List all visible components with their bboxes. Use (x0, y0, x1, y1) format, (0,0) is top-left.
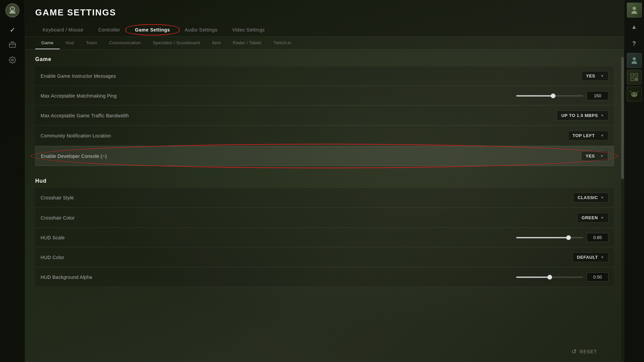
subnav-game[interactable]: Game (35, 37, 60, 49)
hud-alpha-slider-track[interactable] (516, 277, 583, 278)
dropdown-enable-developer-console[interactable]: YES ▼ (581, 151, 608, 161)
hud-scale-slider-track[interactable] (516, 237, 583, 238)
dropdown-max-game-traffic[interactable]: UP TO 1.5 MBPS ▼ (557, 111, 608, 120)
avatar-person-icon (630, 56, 639, 65)
setting-label-hud-scale: HUD Scale (41, 235, 516, 240)
svg-point-6 (633, 57, 636, 60)
svg-point-16 (635, 93, 636, 95)
setting-value-hud-color: DEFAULT ▼ (573, 252, 608, 262)
subnav-item[interactable]: Item (206, 37, 227, 49)
reset-icon: ↺ (572, 348, 577, 355)
svg-rect-10 (635, 78, 636, 79)
svg-rect-9 (631, 78, 633, 80)
logo-icon (8, 6, 17, 15)
chevron-down-icon-2: ▼ (601, 114, 604, 117)
ping-slider-fill (516, 95, 553, 97)
setting-crosshair-style: Crosshair Style CLASSIC ▼ (35, 188, 614, 207)
tab-controller[interactable]: Controller (91, 24, 128, 37)
chevron-up-icon: ▲ (631, 23, 637, 31)
header: GAME SETTINGS Keyboard / Mouse Controlle… (25, 0, 624, 37)
setting-value-hud-scale (516, 233, 608, 242)
setting-hud-bg-alpha: HUD Background Alpha (35, 268, 614, 287)
settings-area: Game Enable Game Instructor Messages YES… (25, 50, 624, 362)
avatar-qr[interactable] (627, 70, 642, 84)
svg-rect-12 (635, 79, 636, 81)
subnav-team[interactable]: Team (80, 37, 103, 49)
hud-scale-slider-thumb[interactable] (566, 235, 571, 240)
scrollbar-track (621, 57, 624, 362)
setting-value-community-notification: TOP LEFT ▼ (568, 131, 608, 140)
svg-rect-8 (635, 74, 638, 76)
setting-value-enable-game-instructor: YES ▼ (582, 71, 608, 81)
chevron-down-icon-3: ▼ (601, 134, 604, 137)
chevron-down-icon-4: ▼ (600, 154, 604, 158)
chevron-down-icon-7: ▼ (601, 255, 604, 259)
svg-point-15 (632, 93, 634, 95)
sidebar-inventory[interactable] (6, 39, 19, 52)
svg-rect-1 (9, 43, 15, 47)
setting-label-crosshair-style: Crosshair Style (41, 195, 573, 200)
dropdown-enable-game-instructor[interactable]: YES ▼ (582, 71, 608, 81)
setting-label-community-notification: Community Notification Location (41, 133, 568, 138)
setting-max-game-traffic: Max Acceptable Game Traffic Bandwidth UP… (35, 106, 614, 125)
setting-label-hud-bg-alpha: HUD Background Alpha (41, 275, 516, 280)
subnav-hud[interactable]: Hud (60, 37, 80, 49)
section-game-header: Game (35, 50, 614, 66)
svg-point-14 (631, 92, 637, 97)
left-sidebar: ✓ (0, 0, 25, 362)
subnav-radar[interactable]: Radar / Tablet (227, 37, 267, 49)
right-up-chevron[interactable]: ▲ (627, 19, 642, 34)
top-nav: Keyboard / Mouse Controller Game Setting… (35, 24, 614, 37)
setting-enable-developer-console: Enable Developer Console (~) YES ▼ (35, 146, 614, 166)
setting-label-max-game-traffic: Max Acceptable Game Traffic Bandwidth (41, 113, 557, 118)
hud-scale-input[interactable] (587, 233, 608, 242)
subnav-communication[interactable]: Communication (103, 37, 147, 49)
dropdown-crosshair-style[interactable]: CLASSIC ▼ (573, 193, 608, 202)
ping-slider-track[interactable] (516, 95, 583, 97)
main-content: GAME SETTINGS Keyboard / Mouse Controlle… (25, 0, 624, 362)
question-icon: ? (632, 40, 636, 47)
avatar-person[interactable] (627, 53, 642, 68)
hud-alpha-input[interactable] (587, 273, 608, 282)
scrollbar-thumb[interactable] (621, 57, 624, 179)
subnav-twitch[interactable]: Twitch.tv (267, 37, 297, 49)
setting-value-hud-bg-alpha (516, 273, 608, 282)
ping-slider-thumb[interactable] (551, 94, 555, 98)
check-icon: ✓ (10, 26, 15, 34)
avatar-main-icon (629, 5, 639, 15)
sidebar-checkmark[interactable]: ✓ (6, 23, 19, 36)
setting-community-notification: Community Notification Location TOP LEFT… (35, 126, 614, 145)
app-logo[interactable] (5, 3, 19, 17)
right-sidebar: ▲ ? (624, 0, 644, 362)
setting-label-hud-color: HUD Color (41, 255, 573, 260)
tab-game-settings[interactable]: Game Settings (127, 24, 177, 37)
subnav-spectator[interactable]: Spectator / Scoreboard (147, 37, 206, 49)
section-hud-header: Hud (35, 171, 614, 188)
avatar-main[interactable] (627, 3, 642, 17)
hud-alpha-slider-thumb[interactable] (547, 275, 552, 280)
ping-input[interactable] (587, 91, 608, 100)
setting-value-enable-developer-console: YES ▼ (581, 151, 608, 161)
svg-rect-11 (637, 78, 638, 79)
svg-point-5 (633, 7, 636, 10)
page-title: GAME SETTINGS (35, 7, 614, 18)
right-question[interactable]: ? (627, 36, 642, 51)
sidebar-settings[interactable] (6, 54, 19, 67)
dropdown-crosshair-color[interactable]: GREEN ▼ (577, 213, 608, 223)
tab-video-settings[interactable]: Video Settings (225, 24, 272, 37)
svg-rect-7 (631, 74, 633, 76)
tab-keyboard-mouse[interactable]: Keyboard / Mouse (35, 24, 91, 37)
setting-label-crosshair-color: Crosshair Color (41, 215, 577, 221)
svg-point-4 (11, 59, 13, 61)
dropdown-community-notification[interactable]: TOP LEFT ▼ (568, 131, 608, 140)
svg-point-0 (10, 7, 14, 11)
tab-audio-settings[interactable]: Audio Settings (177, 24, 225, 37)
avatar-batman[interactable] (627, 86, 642, 101)
reset-button[interactable]: ↺ RESET (572, 348, 597, 355)
setting-value-crosshair-color: GREEN ▼ (577, 213, 608, 223)
dropdown-hud-color[interactable]: DEFAULT ▼ (573, 252, 608, 262)
avatar-qr-icon (630, 72, 639, 82)
setting-hud-scale: HUD Scale (35, 228, 614, 247)
setting-label-enable-game-instructor: Enable Game Instructor Messages (41, 73, 582, 79)
setting-label-max-matchmaking-ping: Max Acceptable Matchmaking Ping (41, 93, 516, 99)
